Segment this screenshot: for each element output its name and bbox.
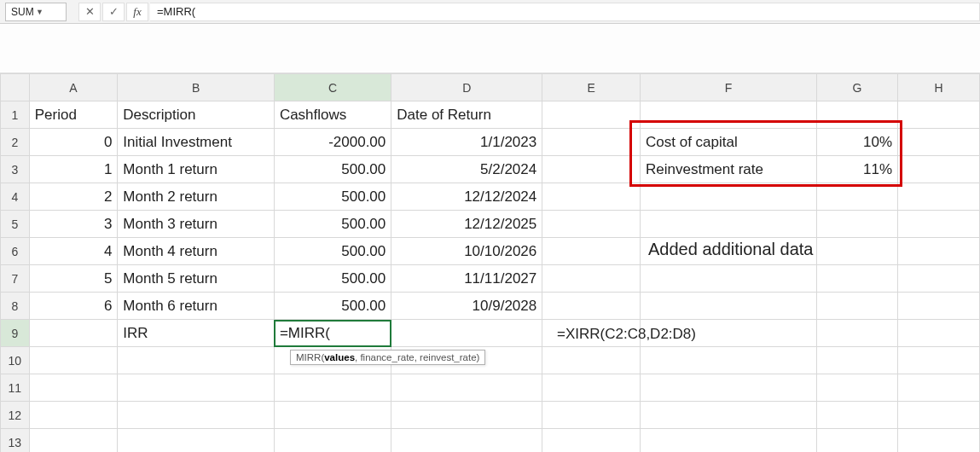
select-all-cell[interactable] <box>1 74 30 101</box>
row-header-7[interactable]: 7 <box>1 265 30 293</box>
cell-D2[interactable]: 1/1/2023 <box>391 129 542 156</box>
row-header-2[interactable]: 2 <box>1 129 30 156</box>
cell-D1[interactable]: Date of Return <box>391 101 542 129</box>
cell-D4[interactable]: 12/12/2024 <box>391 183 542 211</box>
cell-G9[interactable] <box>816 320 897 347</box>
cell-C4[interactable]: 500.00 <box>274 183 391 211</box>
col-header-B[interactable]: B <box>118 74 275 101</box>
cell-G8[interactable] <box>816 293 897 320</box>
cell-B5[interactable]: Month 3 return <box>118 211 275 238</box>
cell-A1[interactable]: Period <box>29 101 118 129</box>
cell-H1[interactable] <box>898 101 980 129</box>
cell-B7[interactable]: Month 5 return <box>118 265 275 293</box>
row-header-1[interactable]: 1 <box>1 101 30 129</box>
col-header-C[interactable]: C <box>274 74 391 101</box>
cell-H8[interactable] <box>898 293 980 320</box>
cell-D7[interactable]: 11/11/2027 <box>391 265 542 293</box>
cell-H10[interactable] <box>898 347 980 374</box>
cell-G7[interactable] <box>816 265 897 293</box>
cell-H4[interactable] <box>898 183 980 211</box>
cell-C12[interactable] <box>274 402 391 429</box>
cell-G11[interactable] <box>816 374 897 402</box>
confirm-formula-button[interactable]: ✓ <box>102 3 125 21</box>
col-header-D[interactable]: D <box>391 74 542 101</box>
cell-E1[interactable] <box>542 101 641 129</box>
cell-C3[interactable]: 500.00 <box>274 156 391 183</box>
cell-F5[interactable] <box>641 211 817 238</box>
cell-A10[interactable] <box>29 347 118 374</box>
cell-H12[interactable] <box>898 402 980 429</box>
col-header-E[interactable]: E <box>542 74 641 101</box>
name-box[interactable]: SUM ▼ <box>5 3 67 21</box>
col-header-H[interactable]: H <box>898 74 980 101</box>
cell-E10[interactable] <box>542 347 641 374</box>
col-header-G[interactable]: G <box>816 74 897 101</box>
cell-A8[interactable]: 6 <box>29 293 118 320</box>
cell-B10[interactable] <box>118 347 275 374</box>
cell-B3[interactable]: Month 1 return <box>118 156 275 183</box>
cell-E6[interactable] <box>542 238 641 265</box>
cell-G2[interactable]: 10% <box>816 129 897 156</box>
cell-A6[interactable]: 4 <box>29 238 118 265</box>
cell-H2[interactable] <box>898 129 980 156</box>
cell-F6[interactable] <box>641 238 817 265</box>
cell-F2[interactable]: Cost of capital <box>641 129 817 156</box>
cell-A13[interactable] <box>29 429 118 453</box>
cell-H11[interactable] <box>898 374 980 402</box>
spreadsheet-grid[interactable]: A B C D E F G H 1 Period Description Cas… <box>0 73 980 452</box>
cell-C6[interactable]: 500.00 <box>274 238 391 265</box>
cell-C11[interactable] <box>274 374 391 402</box>
row-header-3[interactable]: 3 <box>1 156 30 183</box>
cell-B4[interactable]: Month 2 return <box>118 183 275 211</box>
cell-C7[interactable]: 500.00 <box>274 265 391 293</box>
cell-A2[interactable]: 0 <box>29 129 118 156</box>
cell-F12[interactable] <box>641 402 817 429</box>
cell-C13[interactable] <box>274 429 391 453</box>
col-header-A[interactable]: A <box>29 74 118 101</box>
cell-F1[interactable] <box>641 101 817 129</box>
cell-E5[interactable] <box>542 211 641 238</box>
cell-E8[interactable] <box>542 293 641 320</box>
cell-H9[interactable] <box>898 320 980 347</box>
cell-F11[interactable] <box>641 374 817 402</box>
cell-C2[interactable]: -2000.00 <box>274 129 391 156</box>
cell-F10[interactable] <box>641 347 817 374</box>
cell-H5[interactable] <box>898 211 980 238</box>
cell-F13[interactable] <box>641 429 817 453</box>
cell-E7[interactable] <box>542 265 641 293</box>
cell-G10[interactable] <box>816 347 897 374</box>
row-header-8[interactable]: 8 <box>1 293 30 320</box>
chevron-down-icon[interactable]: ▼ <box>36 8 61 16</box>
cell-D6[interactable]: 10/10/2026 <box>391 238 542 265</box>
cell-B2[interactable]: Initial Investment <box>118 129 275 156</box>
row-header-4[interactable]: 4 <box>1 183 30 211</box>
cell-B13[interactable] <box>118 429 275 453</box>
cell-F4[interactable] <box>641 183 817 211</box>
cell-F7[interactable] <box>641 265 817 293</box>
cell-C1[interactable]: Cashflows <box>274 101 391 129</box>
cell-D8[interactable]: 10/9/2028 <box>391 293 542 320</box>
cell-E2[interactable] <box>542 129 641 156</box>
cell-D3[interactable]: 5/2/2024 <box>391 156 542 183</box>
cell-G4[interactable] <box>816 183 897 211</box>
insert-function-button[interactable]: fx <box>126 3 148 21</box>
row-header-5[interactable]: 5 <box>1 211 30 238</box>
cell-G6[interactable] <box>816 238 897 265</box>
cell-D11[interactable] <box>391 374 542 402</box>
cell-F3[interactable]: Reinvestment rate <box>641 156 817 183</box>
cell-C5[interactable]: 500.00 <box>274 211 391 238</box>
row-header-11[interactable]: 11 <box>1 374 30 402</box>
row-header-13[interactable]: 13 <box>1 429 30 453</box>
cell-A12[interactable] <box>29 402 118 429</box>
cell-H7[interactable] <box>898 265 980 293</box>
row-header-9[interactable]: 9 <box>1 320 30 347</box>
cell-B6[interactable]: Month 4 return <box>118 238 275 265</box>
cell-A4[interactable]: 2 <box>29 183 118 211</box>
cell-D12[interactable] <box>391 402 542 429</box>
cell-G12[interactable] <box>816 402 897 429</box>
cell-A5[interactable]: 3 <box>29 211 118 238</box>
cancel-formula-button[interactable]: ✕ <box>78 3 101 21</box>
cell-A11[interactable] <box>29 374 118 402</box>
cell-E11[interactable] <box>542 374 641 402</box>
cell-H3[interactable] <box>898 156 980 183</box>
